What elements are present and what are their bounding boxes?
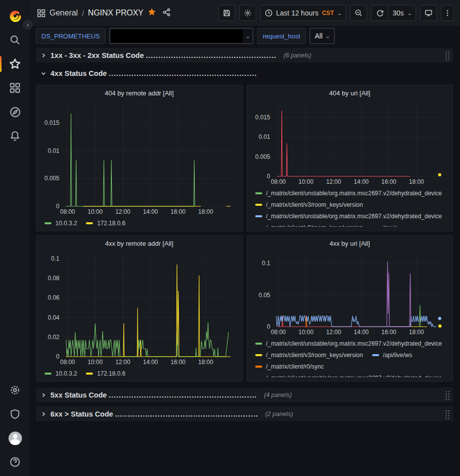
- legend-item[interactable]: /_matrix/client/unstable/org.matrix.msc2…: [255, 187, 442, 199]
- favorite-star-button[interactable]: [147, 7, 156, 18]
- legend-swatch: [255, 204, 262, 206]
- svg-text:08:00: 08:00: [271, 178, 286, 185]
- row-panel-count: (6 panels): [283, 52, 311, 59]
- chart-canvas[interactable]: 08:0010:0012:0014:0016:0018:0000.050.1: [252, 251, 448, 337]
- variables-submenu: DS_PROMETHEUS ⌄ request_host All ⌄: [30, 26, 460, 46]
- breadcrumb-folder[interactable]: General: [49, 8, 78, 17]
- shield-icon: [9, 409, 20, 420]
- panel-title[interactable]: 4xx by uri [All]: [252, 240, 448, 251]
- svg-text:08:00: 08:00: [271, 329, 286, 336]
- sidebar-item-search[interactable]: [4, 30, 26, 50]
- legend-label: /_matrix/client/r0/sync: [266, 363, 324, 370]
- chart-canvas[interactable]: 08:0010:0012:0014:0016:0018:0000.0050.01…: [252, 100, 448, 186]
- star-filled-icon: [147, 7, 156, 16]
- apps-grid-icon: [37, 9, 45, 17]
- row-drag-handle[interactable]: [445, 50, 450, 60]
- panel-4xx-by-uri: 4xx by uri [All] 08:0010:0012:0014:0016:…: [247, 235, 454, 382]
- legend-item[interactable]: /_matrix/client/v3/room_keys/version: [255, 222, 363, 227]
- zoom-out-button[interactable]: [350, 5, 367, 21]
- svg-text:16:00: 16:00: [381, 178, 396, 185]
- legend-item[interactable]: 172.18.0.6: [86, 217, 125, 227]
- legend-item[interactable]: /_matrix/client/v3/room_keys/version: [255, 349, 363, 361]
- refresh-interval-dropdown[interactable]: 30s ⌄: [388, 5, 416, 21]
- variable-ds-prometheus-label[interactable]: DS_PROMETHEUS: [36, 28, 105, 44]
- svg-text:12:00: 12:00: [326, 329, 341, 336]
- variable-request-host-select[interactable]: All ⌄: [310, 28, 335, 44]
- svg-text:10:00: 10:00: [88, 208, 103, 215]
- legend-item[interactable]: 172.18.0.6: [86, 368, 125, 377]
- sidebar-item-configuration[interactable]: [4, 380, 26, 400]
- row-4xx[interactable]: 4xx Status Code ........................…: [36, 67, 453, 80]
- legend-swatch: [255, 227, 262, 227]
- time-range-button[interactable]: Last 12 hours CST ⌄: [260, 5, 346, 21]
- chart-canvas[interactable]: 08:0010:0012:0014:0016:0018:0000.0050.01…: [41, 100, 237, 216]
- sidebar-item-alerting[interactable]: [4, 126, 26, 146]
- legend-item[interactable]: /_matrix/client/v3/room_keys/version: [255, 199, 363, 210]
- legend-item[interactable]: /api/live/ws: [372, 349, 413, 361]
- star-icon: [9, 58, 21, 70]
- svg-text:16:00: 16:00: [381, 329, 396, 336]
- sidebar-item-explore[interactable]: [4, 102, 26, 122]
- sidebar-item-dashboards[interactable]: [4, 78, 26, 98]
- chart-plot[interactable]: 08:0010:0012:0014:0016:0018:0000.050.1: [252, 251, 448, 337]
- row-leader: ........................................…: [115, 410, 258, 418]
- legend-item[interactable]: /_matrix/client/unstable/org.matrix.msc2…: [255, 372, 442, 377]
- panel-title[interactable]: 404 by remote addr [All]: [41, 89, 237, 100]
- redacted-value: [111, 29, 243, 42]
- svg-text:0.04: 0.04: [48, 314, 60, 321]
- sidebar-item-server-admin[interactable]: [4, 404, 26, 424]
- chart-canvas[interactable]: 08:0010:0012:0014:0016:0018:0000.020.040…: [41, 251, 237, 367]
- row-leader: ........................................…: [109, 391, 257, 399]
- bell-icon: [9, 130, 20, 141]
- svg-text:14:00: 14:00: [354, 329, 369, 336]
- svg-text:10:00: 10:00: [298, 329, 313, 336]
- sidebar-expand-button[interactable]: ›: [23, 20, 32, 29]
- zoom-out-icon: [355, 9, 363, 17]
- legend-item[interactable]: /sw.js: [372, 222, 398, 227]
- save-dashboard-button[interactable]: [218, 5, 235, 21]
- svg-text:0.005: 0.005: [44, 175, 59, 182]
- breadcrumb-dashboard-title[interactable]: NGINX PROXY: [88, 8, 143, 17]
- legend-label: 10.0.3.2: [55, 370, 77, 377]
- sidebar-item-profile[interactable]: [4, 428, 26, 448]
- legend-swatch: [86, 373, 93, 375]
- svg-text:0.02: 0.02: [48, 334, 60, 341]
- kebab-menu-button[interactable]: [441, 5, 454, 21]
- sidebar-item-help[interactable]: [4, 452, 26, 472]
- chart-plot[interactable]: 08:0010:0012:0014:0016:0018:0000.0050.01…: [41, 100, 237, 216]
- chevron-down-icon: ⌄: [407, 10, 413, 16]
- row-5xx[interactable]: 5xx Status Code ........................…: [36, 388, 453, 402]
- legend-item[interactable]: 10.0.3.2: [44, 368, 77, 377]
- chart-plot[interactable]: 08:0010:0012:0014:0016:0018:0000.0050.01…: [252, 100, 448, 186]
- variable-ds-prometheus-select[interactable]: ⌄: [109, 28, 253, 44]
- variable-request-host-label[interactable]: request_host: [257, 28, 306, 44]
- refresh-button[interactable]: [371, 5, 388, 21]
- dashboard-settings-button[interactable]: [239, 5, 256, 21]
- tv-mode-button[interactable]: [420, 5, 437, 21]
- legend-swatch: [44, 222, 51, 224]
- navbar: General / NGINX PROXY: [30, 0, 460, 26]
- panel-title[interactable]: 4xx by remote addr [All]: [41, 240, 237, 251]
- legend-swatch: [372, 227, 379, 227]
- row-title: 6xx > Status Code: [50, 410, 113, 418]
- legend-item[interactable]: /_matrix/client/r0/sync: [255, 361, 324, 372]
- sidebar-item-starred[interactable]: [4, 54, 26, 74]
- row-drag-handle[interactable]: [445, 390, 450, 400]
- gear-icon: [9, 385, 20, 396]
- svg-text:18:00: 18:00: [198, 359, 213, 366]
- row-6xx[interactable]: 6xx > Status Code ......................…: [36, 407, 453, 421]
- row-drag-handle[interactable]: [445, 409, 450, 419]
- svg-text:10:00: 10:00: [298, 178, 313, 185]
- legend-item[interactable]: /_matrix/client/unstable/org.matrix.msc2…: [255, 338, 442, 349]
- share-button[interactable]: [162, 8, 171, 18]
- svg-text:0.015: 0.015: [44, 119, 59, 126]
- row-1xx-3xx-2xx[interactable]: 1xx - 3xx - 2xx Status Code ............…: [36, 48, 453, 62]
- kebab-icon: [444, 9, 452, 17]
- panel-title[interactable]: 404 by uri [All]: [252, 89, 448, 100]
- legend-swatch: [372, 354, 379, 356]
- legend-item[interactable]: /_matrix/client/unstable/org.matrix.msc2…: [255, 210, 442, 222]
- svg-text:14:00: 14:00: [354, 178, 369, 185]
- grafana-logo-icon: [7, 8, 22, 23]
- legend-item[interactable]: 10.0.3.2: [44, 217, 77, 227]
- chart-plot[interactable]: 08:0010:0012:0014:0016:0018:0000.020.040…: [41, 251, 237, 367]
